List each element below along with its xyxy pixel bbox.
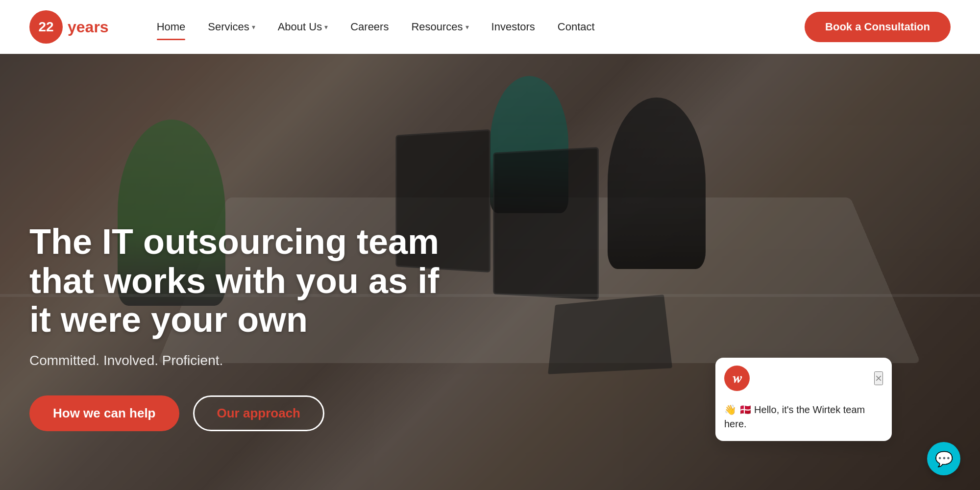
how-we-can-help-button[interactable]: How we can help: [29, 395, 179, 431]
chat-avatar: 𝑤: [724, 366, 750, 391]
hero-buttons: How we can help Our approach: [29, 395, 470, 431]
nav-services[interactable]: Services ▾: [199, 16, 264, 38]
chat-body: 👋 🇩🇰 Hello, it's the Wirtek team here.: [715, 399, 892, 441]
hero-subtitle: Committed. Involved. Proficient.: [29, 353, 470, 368]
nav-resources[interactable]: Resources ▾: [402, 16, 477, 38]
chat-bubble-icon: 💬: [935, 450, 953, 467]
hero-section: The IT outsourcing team that works with …: [0, 54, 980, 490]
resources-chevron-icon: ▾: [466, 23, 469, 31]
nav-contact[interactable]: Contact: [549, 16, 604, 38]
chat-message: 👋 🇩🇰 Hello, it's the Wirtek team here.: [724, 403, 883, 431]
logo-number: 22: [38, 19, 53, 35]
services-chevron-icon: ▾: [252, 23, 255, 31]
book-consultation-button[interactable]: Book a Consultation: [805, 12, 951, 42]
nav-careers[interactable]: Careers: [342, 16, 397, 38]
hero-title: The IT outsourcing team that works with …: [29, 222, 470, 339]
chat-close-button[interactable]: ×: [874, 371, 883, 385]
navbar: 22 years Home Services ▾ About Us ▾ Care…: [0, 0, 980, 54]
chat-bubble-button[interactable]: 💬: [927, 442, 960, 475]
chat-avatar-icon: 𝑤: [733, 370, 742, 387]
about-chevron-icon: ▾: [324, 23, 328, 31]
nav-investors[interactable]: Investors: [483, 16, 544, 38]
logo-circle: 22: [29, 10, 63, 44]
chat-widget: 𝑤 × 👋 🇩🇰 Hello, it's the Wirtek team her…: [715, 358, 892, 441]
logo[interactable]: 22 years: [29, 10, 109, 44]
chat-header: 𝑤 ×: [715, 358, 892, 399]
nav-links: Home Services ▾ About Us ▾ Careers Resou…: [148, 16, 805, 38]
our-approach-button[interactable]: Our approach: [193, 395, 324, 431]
hero-content: The IT outsourcing team that works with …: [29, 222, 470, 431]
logo-text: years: [68, 18, 109, 36]
nav-about[interactable]: About Us ▾: [269, 16, 337, 38]
nav-home[interactable]: Home: [148, 16, 195, 38]
